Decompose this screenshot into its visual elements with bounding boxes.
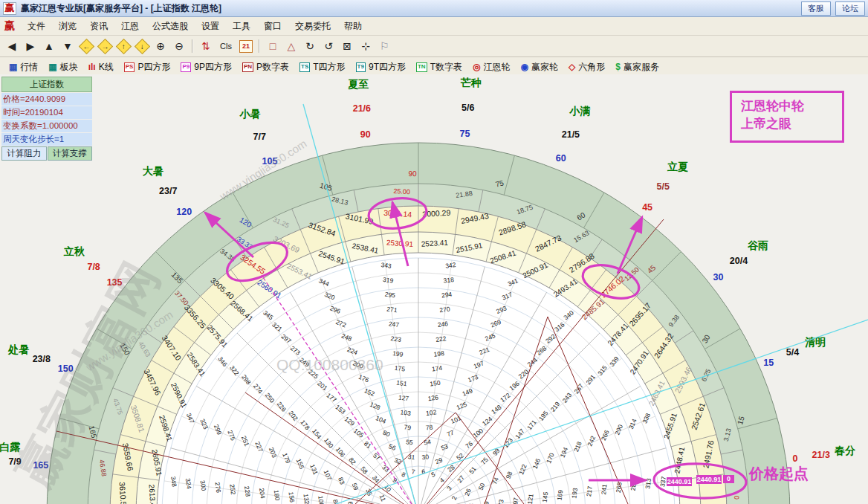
step-right-icon[interactable]: → [96,38,114,54]
step-down-icon[interactable]: ↓ [133,38,151,54]
support-button[interactable]: 客服 [801,1,831,16]
tab-板块[interactable]: ▦板块 [44,59,82,75]
menu-item[interactable]: 公式选股 [146,19,195,34]
triangle-tool-icon[interactable]: △ [282,38,300,54]
tab-P四方形[interactable]: PSP四方形 [120,59,175,75]
highlight-box-value: 2440.91 [667,478,692,485]
menu-item[interactable]: 工具 [226,19,257,34]
nav-up-icon[interactable]: ▲ [40,38,58,54]
tab-江恩轮[interactable]: ◎江恩轮 [468,59,514,75]
menu-item[interactable]: 江恩 [114,19,146,34]
wheel-number: 204 [258,488,267,500]
wheel-number: 108 [317,495,326,504]
nav-down-icon[interactable]: ▼ [59,38,77,54]
wheel-number: 处暑 [7,343,29,355]
wheel-number: 2523.41 [421,239,449,248]
wheel-number: 芒种 [461,77,482,88]
menu-item[interactable]: 交易委托 [288,19,337,34]
tab-赢家轮[interactable]: ◉赢家轮 [516,59,562,75]
index-info-panel: 上证指数价格=2440.9099时间=20190104变换系数=1.000000… [1,77,92,161]
menu-bar: 赢 文件浏览资讯江恩公式选股设置工具窗口交易委托帮助 [0,17,868,36]
wheel-number: 21/6 [353,103,371,114]
tab-T数字表[interactable]: TNT数字表 [412,59,467,75]
calc-button[interactable]: 计算阻力 [1,146,47,161]
step-up-icon[interactable]: ↑ [114,38,132,54]
wheel-number: 21/5 [562,129,580,140]
wheel-number: 120 [176,207,192,217]
wheel-number: 324 [184,478,193,490]
menu-item[interactable]: 文件 [21,19,52,34]
menu-item[interactable]: 浏览 [52,19,83,34]
nav-left-icon[interactable]: ◀ [3,38,21,54]
wheel-number: 2613.41 [148,484,158,504]
tab-赢家服务[interactable]: $赢家服务 [611,59,664,75]
sort-icon[interactable]: ⇅ [197,38,215,54]
menu-item[interactable]: 窗口 [257,19,288,34]
wheel-number: 295 [384,291,396,300]
diamond-icon: ↑ [115,38,131,54]
江恩轮-icon: ◎ [473,62,480,71]
tab-K线[interactable]: ılıK线 [84,59,118,75]
wheel-number: 春分 [834,445,855,456]
info-row: 周天变化步长=1 [1,133,92,146]
rotate-ccw-icon[interactable]: ↺ [320,38,337,54]
tab-label: K线 [99,61,114,74]
wheel-number: 121 [526,493,535,504]
wheel-number: 75 [459,129,470,139]
nav-right-icon[interactable]: ▶ [22,38,39,54]
zoom-in-icon[interactable]: ⊕ [152,38,169,54]
行情-icon: ▦ [9,62,17,71]
wheel-number: 246 [437,320,449,329]
wheel-number: 156 [288,491,297,503]
maximize-icon[interactable]: ⊠ [338,38,356,54]
wheel-number: 立秋 [63,245,85,257]
wheel-number: 55 [406,438,414,446]
tab-P数字表[interactable]: PNP数字表 [238,59,294,75]
zoom-out-icon[interactable]: ⊖ [170,38,188,54]
wheel-number: 0 [793,453,798,464]
highlight-box-value: 0 [727,475,731,482]
wheel-number: 193 [570,488,579,500]
P数字表-icon: PN [242,62,253,72]
wheel-number: 5/6 [461,103,474,113]
tab-label: 9T四方形 [369,61,406,74]
calendar-icon[interactable]: 21 [237,38,255,54]
forum-button[interactable]: 论坛 [835,1,865,16]
step-left-icon[interactable]: ← [77,38,95,54]
wheel-number: 241 [600,483,609,495]
wheel-number: 21/3 [812,450,830,460]
wheel-number: 小暑 [239,108,260,120]
menu-item[interactable]: 帮助 [337,19,369,34]
tab-行情[interactable]: ▦行情 [4,59,42,75]
tool-bar: ◀▶▲▼←→↑↓⊕⊖⇅Cls21□△↻↺⊠⊹⚐ [0,36,868,57]
tab-label: 9P四方形 [194,61,232,74]
tab-label: T四方形 [313,61,345,74]
tab-9P四方形[interactable]: P99P四方形 [176,59,236,75]
calc-button[interactable]: 计算支撑 [48,146,93,161]
wheel-number: 7/8 [87,262,100,272]
wheel-number: 0 [733,495,740,500]
wheel-number: 54 [424,438,432,446]
tab-六角形[interactable]: ◇六角形 [564,59,609,75]
pin-icon[interactable]: ⚐ [375,38,393,54]
tab-9T四方形[interactable]: T99T四方形 [352,59,410,75]
wheel-number: 198 [433,349,445,358]
wheel-number: 23/7 [159,186,177,196]
clear-button[interactable]: Cls [216,38,236,54]
rotate-cw-icon[interactable]: ↻ [301,38,319,54]
diamond-icon: → [97,38,112,54]
info-row: 价格=2440.9099 [1,93,92,106]
wheel-number: 45 [642,202,652,213]
toolbar-separator [192,39,193,53]
note-line1: 江恩轮中轮 [741,97,842,115]
wheel-number: 319 [383,276,395,285]
wheel-number: 60 [346,501,354,504]
center-icon[interactable]: ⊹ [357,38,375,54]
menu-item[interactable]: 设置 [195,19,226,34]
wheel-number: 199 [392,349,404,358]
note-box: 江恩轮中轮 上帝之眼 [730,91,844,143]
square-tool-icon[interactable]: □ [264,38,282,54]
tab-T四方形[interactable]: TST四方形 [295,59,350,75]
menu-item[interactable]: 资讯 [83,19,114,34]
wheel-number: 谷雨 [747,239,768,251]
